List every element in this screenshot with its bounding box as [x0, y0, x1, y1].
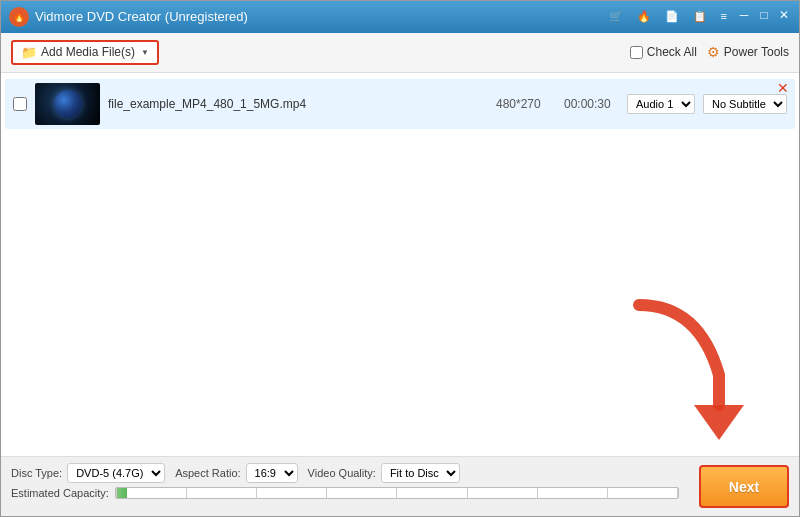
- flame-icon[interactable]: 🔥: [633, 8, 655, 25]
- earth-circle: [54, 90, 82, 118]
- restore-button[interactable]: □: [757, 8, 771, 22]
- subtitle-select[interactable]: No Subtitle: [703, 94, 787, 114]
- video-quality-select[interactable]: Fit to Disc High Medium Low: [381, 463, 460, 483]
- file-icon[interactable]: 📄: [661, 8, 683, 25]
- check-all-checkbox[interactable]: [630, 46, 643, 59]
- check-all-label[interactable]: Check All: [630, 45, 697, 59]
- aspect-ratio-select[interactable]: 16:9 4:3: [246, 463, 298, 483]
- estimated-capacity-label: Estimated Capacity:: [11, 487, 109, 499]
- file-checkbox[interactable]: [13, 97, 27, 111]
- add-media-label: Add Media File(s): [41, 45, 135, 59]
- add-media-button[interactable]: 📁 Add Media File(s) ▼: [11, 40, 159, 65]
- app-window: 🔥 Vidmore DVD Creator (Unregistered) 🛒 🔥…: [0, 0, 800, 517]
- power-tools-button[interactable]: ⚙ Power Tools: [707, 44, 789, 60]
- disc-type-group: Disc Type: DVD-5 (4.7G) DVD-9 (8.5G) BD-…: [11, 463, 165, 483]
- app-logo: 🔥: [9, 7, 29, 27]
- video-quality-group: Video Quality: Fit to Disc High Medium L…: [308, 463, 460, 483]
- menu-icon[interactable]: ≡: [717, 8, 731, 25]
- file-list: file_example_MP4_480_1_5MG.mp4 480*270 0…: [1, 73, 799, 456]
- file-duration: 00:00:30: [564, 97, 619, 111]
- aspect-ratio-group: Aspect Ratio: 16:9 4:3: [175, 463, 297, 483]
- minimize-button[interactable]: ─: [737, 8, 751, 22]
- file-name: file_example_MP4_480_1_5MG.mp4: [108, 97, 488, 111]
- file-thumbnail: [35, 83, 100, 125]
- bottom-controls: Disc Type: DVD-5 (4.7G) DVD-9 (8.5G) BD-…: [11, 463, 789, 483]
- disc-type-select[interactable]: DVD-5 (4.7G) DVD-9 (8.5G) BD-25 BD-50: [67, 463, 165, 483]
- power-tools-icon: ⚙: [707, 44, 720, 60]
- main-content: 📁 Add Media File(s) ▼ Check All ⚙ Power …: [1, 33, 799, 456]
- register-icon[interactable]: 📋: [689, 8, 711, 25]
- disc-type-label: Disc Type:: [11, 467, 62, 479]
- video-quality-label: Video Quality:: [308, 467, 376, 479]
- audio-select[interactable]: Audio 1: [627, 94, 695, 114]
- add-media-icon: 📁: [21, 45, 37, 60]
- toolbar: 📁 Add Media File(s) ▼ Check All ⚙ Power …: [1, 33, 799, 73]
- app-title: Vidmore DVD Creator (Unregistered): [35, 9, 605, 24]
- remove-file-button[interactable]: ✕: [777, 81, 789, 95]
- power-tools-label: Power Tools: [724, 45, 789, 59]
- file-resolution: 480*270: [496, 97, 556, 111]
- toolbar-right: Check All ⚙ Power Tools: [630, 44, 789, 60]
- thumbnail-earth: [35, 83, 100, 125]
- table-row: file_example_MP4_480_1_5MG.mp4 480*270 0…: [5, 79, 795, 129]
- title-bar: 🔥 Vidmore DVD Creator (Unregistered) 🛒 🔥…: [1, 1, 799, 33]
- capacity-bar: 0.5GB 1GB 1.5GB 2GB 2.5GB 3GB 3.5GB 4GB …: [115, 487, 679, 499]
- next-button[interactable]: Next: [699, 465, 789, 508]
- cart-icon[interactable]: 🛒: [605, 8, 627, 25]
- window-controls: 🛒 🔥 📄 📋 ≡ ─ □ ✕: [605, 8, 791, 25]
- aspect-ratio-label: Aspect Ratio:: [175, 467, 240, 479]
- bottom-bar: Disc Type: DVD-5 (4.7G) DVD-9 (8.5G) BD-…: [1, 456, 799, 516]
- capacity-row: Estimated Capacity:: [11, 487, 789, 499]
- dropdown-arrow-icon: ▼: [141, 48, 149, 57]
- close-button[interactable]: ✕: [777, 8, 791, 22]
